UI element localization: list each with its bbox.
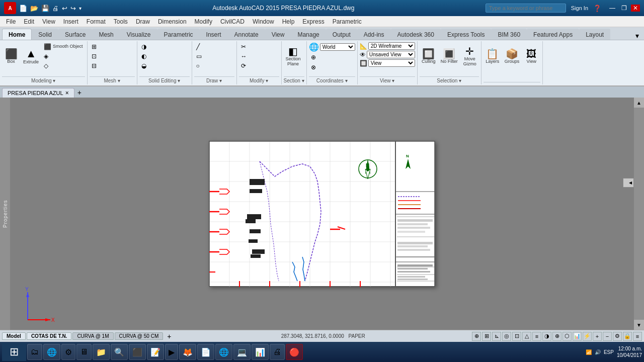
curva1m-tab[interactable]: CURVA @ 1M xyxy=(72,332,113,340)
tab-parametric[interactable]: Parametric xyxy=(157,29,200,40)
coord-dropdown[interactable]: World xyxy=(320,43,355,51)
modify-btn1[interactable]: ✂ xyxy=(239,42,279,51)
saved-view-dropdown[interactable]: Unsaved View xyxy=(367,51,415,58)
menu-insert[interactable]: Insert xyxy=(59,17,83,26)
no-filter-button[interactable]: 🔳 No Filter xyxy=(439,42,460,70)
taskbar-word1[interactable]: 📝 xyxy=(147,344,164,360)
taskbar-settings[interactable]: ⚙ xyxy=(61,344,75,360)
dynin-icon[interactable]: 📊 xyxy=(573,332,582,341)
wireframe-dropdown[interactable]: 2D Wireframe xyxy=(368,42,415,50)
lock-icon[interactable]: 🔒 xyxy=(623,332,632,341)
tab-manage[interactable]: Manage xyxy=(291,29,326,40)
polar-icon[interactable]: ◎ xyxy=(502,332,511,341)
tab-output[interactable]: Output xyxy=(326,29,357,40)
tab-home[interactable]: Home xyxy=(2,29,32,40)
solid-btn2[interactable]: ◐ xyxy=(139,52,190,61)
menu-view[interactable]: View xyxy=(38,17,59,26)
mesh-btn1[interactable]: ⊞ xyxy=(90,42,135,51)
taskbar-print[interactable]: 🖨 xyxy=(270,344,285,360)
doc-tab-add[interactable]: + xyxy=(74,87,85,98)
app-restore-btn[interactable]: ❐ xyxy=(619,5,629,12)
expand-icon[interactable]: ≡ xyxy=(633,332,642,341)
taskbar-chrome[interactable]: 🌐 xyxy=(215,344,232,360)
scroll-down-btn[interactable]: ▼ xyxy=(634,320,644,330)
menu-express[interactable]: Express xyxy=(298,17,328,26)
tab-mesh[interactable]: Mesh xyxy=(92,29,120,40)
tab-addins[interactable]: Add-ins xyxy=(357,29,391,40)
menu-draw[interactable]: Draw xyxy=(132,17,154,26)
redo-icon[interactable]: ↪ xyxy=(70,5,76,12)
model-tab[interactable]: Model xyxy=(2,332,26,340)
taskbar-media[interactable]: ▶ xyxy=(165,344,178,360)
move-gizmo-button[interactable]: ✛ MoveGizmo xyxy=(461,42,479,70)
quickprop-icon[interactable]: ⚡ xyxy=(583,332,592,341)
extrude-button[interactable]: ▲ Extrude xyxy=(21,42,41,70)
view-large-button[interactable]: 🖼 View xyxy=(522,42,540,70)
start-button[interactable]: ⊞ xyxy=(2,343,26,361)
menu-window[interactable]: Window xyxy=(249,17,278,26)
snap-icon[interactable]: ⊕ xyxy=(472,332,481,341)
undo-icon[interactable]: ↩ xyxy=(62,5,67,12)
draw-btn1[interactable]: ╱ xyxy=(194,42,234,51)
draw-btn2[interactable]: ▭ xyxy=(194,52,234,61)
tab-express-tools[interactable]: Express Tools xyxy=(441,29,491,40)
mesh-btn3[interactable]: ⊟ xyxy=(90,61,135,70)
tab-surface[interactable]: Surface xyxy=(58,29,92,40)
tab-insert[interactable]: Insert xyxy=(200,29,228,40)
3d-snap-icon[interactable]: ⬡ xyxy=(562,332,572,341)
coord-btn2[interactable]: ⊗ xyxy=(309,63,355,72)
taskbar-doc[interactable]: 📄 xyxy=(197,344,214,360)
taskbar-browser1[interactable]: 🌐 xyxy=(43,344,60,360)
grid-icon[interactable]: ⊞ xyxy=(482,332,491,341)
section-plane-button[interactable]: ◧ SectionPlane xyxy=(284,42,303,70)
app-minimize-btn[interactable]: — xyxy=(607,5,617,12)
cotas-tab[interactable]: COTAS DE T.N. xyxy=(27,332,71,340)
scroll-up-btn[interactable]: ▲ xyxy=(634,98,644,108)
curva50cm-tab[interactable]: CURVA @ 50 CM xyxy=(115,332,164,340)
draw-btn3[interactable]: ○ xyxy=(194,61,234,70)
sel-cycling-icon[interactable]: ⊕ xyxy=(552,332,561,341)
solid-btn3[interactable]: ◒ xyxy=(139,61,190,70)
app-close-btn[interactable]: ✕ xyxy=(631,5,640,12)
coord-btn1[interactable]: ⊕ xyxy=(309,53,355,62)
tab-autodesk360[interactable]: Autodesk 360 xyxy=(391,29,441,40)
smooth-object-button[interactable]: ⬛ Smooth Object xyxy=(42,42,85,51)
autocad-logo[interactable]: A xyxy=(4,2,16,14)
modeling-btn3[interactable]: ◇ xyxy=(42,61,85,70)
minus-icon[interactable]: − xyxy=(603,332,612,341)
search-input[interactable] xyxy=(486,4,566,13)
zoom-icon[interactable]: + xyxy=(593,332,602,341)
taskbar-fileexplorer[interactable]: 🗂 xyxy=(27,344,42,360)
menu-tools[interactable]: Tools xyxy=(110,17,132,26)
save-icon[interactable]: 💾 xyxy=(41,5,49,12)
menu-edit[interactable]: Edit xyxy=(20,17,38,26)
isnap-icon[interactable]: ⊡ xyxy=(512,332,521,341)
menu-dimension[interactable]: Dimension xyxy=(154,17,191,26)
taskbar-app1[interactable]: ⬛ xyxy=(129,344,146,360)
tab-layout[interactable]: Layout xyxy=(579,29,610,40)
settings-icon[interactable]: ⚙ xyxy=(613,332,622,341)
menu-parametric[interactable]: Parametric xyxy=(329,17,366,26)
ortho-icon[interactable]: ⊾ xyxy=(492,332,501,341)
taskbar-firefox[interactable]: 🦊 xyxy=(179,344,196,360)
solid-btn1[interactable]: ◑ xyxy=(139,42,190,51)
box-button[interactable]: ⬛ Box xyxy=(2,42,20,70)
add-layout-tab[interactable]: + xyxy=(164,331,174,341)
modify-btn3[interactable]: ⟳ xyxy=(239,61,279,70)
taskbar-spreadsheet[interactable]: 📊 xyxy=(252,344,269,360)
tab-bim360[interactable]: BIM 360 xyxy=(491,29,527,40)
tab-visualize[interactable]: Visualize xyxy=(120,29,157,40)
tab-solid[interactable]: Solid xyxy=(32,29,58,40)
open-icon[interactable]: 📂 xyxy=(30,5,38,12)
scroll-track[interactable] xyxy=(634,108,644,320)
tab-view[interactable]: View xyxy=(265,29,291,40)
dsnap-icon[interactable]: △ xyxy=(522,332,531,341)
help-icon[interactable]: ❓ xyxy=(593,5,601,12)
doc-tab-main[interactable]: PRESA PIEDRA AZUL × xyxy=(2,88,74,98)
sign-in-btn[interactable]: Sign In xyxy=(568,5,591,11)
taskbar-search[interactable]: 🔍 xyxy=(111,344,128,360)
lwt-icon[interactable]: ≡ xyxy=(532,332,541,341)
menu-modify[interactable]: Modify xyxy=(191,17,216,26)
culling-button[interactable]: 🔲 Culling xyxy=(420,42,438,70)
menu-help[interactable]: Help xyxy=(278,17,299,26)
